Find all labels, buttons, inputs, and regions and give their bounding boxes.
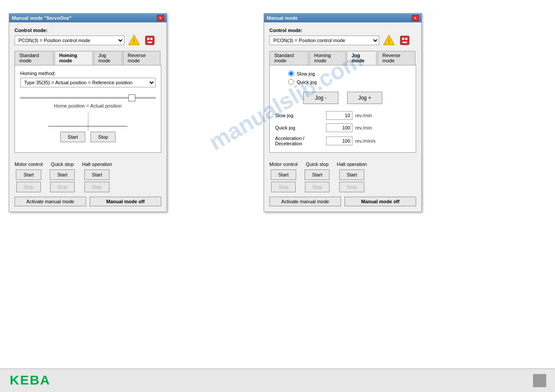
homing-slider-thumb[interactable]	[128, 94, 135, 101]
homing-stop-button[interactable]: Stop	[91, 132, 116, 142]
dialog1-halt-label: Halt operation	[82, 162, 112, 167]
dialog2-title: Manual mode	[267, 15, 297, 21]
dialog2-activate-manual-button[interactable]: Activate manual mode	[269, 197, 341, 206]
quick-jog-radio[interactable]	[288, 79, 294, 85]
slow-jog-param-label: Slow jog	[275, 113, 323, 118]
dialog1-halt-stop-button[interactable]: Stop	[84, 182, 109, 192]
dialog2-manual-mode-row: Activate manual mode Manual mode off	[269, 197, 416, 206]
svg-rect-3	[147, 38, 149, 40]
dialog1-close-button[interactable]: ×	[157, 15, 164, 21]
dialog2-quick-stop-button[interactable]: Stop	[305, 182, 330, 192]
homing-slider-container	[20, 97, 156, 99]
svg-text:KEBA: KEBA	[10, 373, 51, 387]
dialog2-title-bar: Manual mode ×	[264, 14, 421, 22]
svg-rect-8	[400, 36, 409, 45]
dialog1-control-mode-section: Control mode: PCON(3) = Position control…	[15, 28, 161, 47]
dialog2-quick-stop-label: Quick stop	[306, 162, 329, 167]
jog-params: Slow jog 10 rev./min Quick jog 100 rev./…	[275, 111, 410, 146]
svg-rect-4	[150, 38, 152, 40]
homing-method-select[interactable]: Type 35(35) = Actual position = Referenc…	[20, 78, 156, 87]
accel-param-row: Acceleration / Deceleration 100 rev./min…	[275, 136, 410, 146]
jog-radio-group: Slow jog Quick jog	[288, 71, 410, 85]
dialog1-select-row: PCON(3) = Position control mode !	[15, 34, 161, 47]
dialog1-tab-standard[interactable]: Standard mode	[15, 51, 54, 65]
dialog1-quick-stop-button[interactable]: Stop	[50, 182, 75, 192]
dialog1-control-mode-select[interactable]: PCON(3) = Position control mode	[15, 36, 124, 45]
quick-jog-label: Quick jog	[297, 79, 317, 85]
footer: KEBA	[0, 369, 555, 392]
svg-rect-10	[405, 38, 407, 40]
slow-jog-label: Slow jog	[297, 71, 315, 76]
dialog2-control-mode-section: Control mode: PCON(3) = Position control…	[269, 28, 416, 47]
dialog2-warning-icon: !	[383, 34, 395, 47]
dialog1-tab-content: Homing method: Type 35(35) = Actual posi…	[15, 65, 161, 153]
dialog-servo-one: Manual mode "ServoOne" × Control mode: P…	[9, 13, 167, 212]
dialog2-tab-homing[interactable]: Homing mode	[309, 51, 346, 65]
dialog2-motor-start-button[interactable]: Start	[271, 169, 296, 180]
svg-text:!: !	[133, 38, 135, 45]
dialog1-title: Manual mode "ServoOne"	[12, 15, 72, 21]
dialog2-motor-control-label: Motor control	[269, 162, 297, 167]
dialog1-motor-stop-button[interactable]: Stop	[16, 182, 41, 192]
homing-start-button[interactable]: Start	[60, 132, 85, 142]
home-position-section: Home position = Actual position	[20, 103, 156, 126]
slow-jog-param-row: Slow jog 10 rev./min	[275, 111, 410, 120]
dialog1-halt-group: Halt operation Start Stop	[82, 162, 112, 192]
dialog1-motor-start-button[interactable]: Start	[16, 169, 41, 180]
dashed-vertical-line	[88, 113, 88, 130]
dialog2-halt-stop-button[interactable]: Stop	[339, 182, 364, 192]
dialog2-control-mode-select[interactable]: PCON(3) = Position control mode	[269, 36, 379, 45]
dialog2-halt-label: Halt operation	[337, 162, 367, 167]
dialog2-manual-mode-off-button[interactable]: Manual mode off	[345, 197, 416, 206]
dialog2-motor-stop-button[interactable]: Stop	[271, 182, 296, 192]
main-area: Manual mode "ServoOne" × Control mode: P…	[0, 0, 555, 369]
accel-unit: rev./min/s	[355, 138, 376, 144]
dialog1-activate-manual-button[interactable]: Activate manual mode	[15, 197, 86, 206]
jog-buttons-row: Jog - Jog +	[275, 92, 410, 104]
dialog2-robot-icon	[399, 34, 411, 47]
dialog1-tab-reverse[interactable]: Reverse mode	[123, 51, 160, 65]
dialog1-manual-mode-off-button[interactable]: Manual mode off	[90, 197, 161, 206]
dialog1-robot-icon	[144, 34, 156, 47]
svg-rect-5	[148, 42, 152, 43]
dialog1-motor-control-label: Motor control	[15, 162, 43, 167]
svg-rect-9	[402, 38, 404, 40]
slow-jog-input[interactable]: 10	[326, 111, 352, 120]
dialog1-bottom-controls: Motor control Start Stop Quick stop Star…	[15, 158, 161, 192]
dialog1-tabs: Standard mode Homing mode Jog mode Rever…	[15, 51, 161, 65]
keba-logo: KEBA	[9, 371, 53, 390]
homing-slider-track	[20, 97, 156, 99]
dialog1-control-mode-label: Control mode:	[15, 28, 161, 33]
homing-start-stop-row: Start Stop	[20, 132, 156, 142]
dialog2-tab-standard[interactable]: Standard mode	[269, 51, 308, 65]
keba-logo-text: KEBA	[9, 371, 53, 390]
dialog2-body: Control mode: PCON(3) = Position control…	[264, 22, 421, 212]
quick-jog-param-label: Quick jog	[275, 125, 323, 130]
dialog2-halt-group: Halt operation Start Stop	[337, 162, 367, 192]
dialog1-manual-mode-row: Activate manual mode Manual mode off	[15, 197, 161, 206]
close-icon: ×	[159, 16, 161, 20]
dialog-manual-mode: Manual mode × Control mode: PCON(3) = Po…	[264, 13, 422, 212]
dialog2-quick-start-button[interactable]: Start	[305, 169, 330, 180]
dialog2-control-mode-label: Control mode:	[269, 28, 416, 33]
dialog2-tab-reverse[interactable]: Reverse mode	[377, 51, 415, 65]
jog-minus-button[interactable]: Jog -	[303, 92, 338, 104]
accel-input[interactable]: 100	[326, 137, 352, 145]
svg-rect-11	[403, 42, 407, 43]
dialog1-tab-jog[interactable]: Jog mode	[94, 51, 122, 65]
dialog2-close-button[interactable]: ×	[412, 15, 419, 21]
dialog2-halt-start-button[interactable]: Start	[339, 169, 364, 180]
dialog1-motor-control-group: Motor control Start Stop	[15, 162, 43, 192]
dialog1-quick-stop-group: Quick stop Start Stop	[50, 162, 75, 192]
dialog1-tab-homing[interactable]: Homing mode	[54, 51, 93, 65]
dialog1-halt-start-button[interactable]: Start	[84, 169, 109, 180]
jog-plus-button[interactable]: Jog +	[347, 92, 382, 104]
dialog2-tab-jog[interactable]: Jog mode	[347, 51, 377, 65]
dialog1-quick-start-button[interactable]: Start	[50, 169, 75, 180]
dialog1-body: Control mode: PCON(3) = Position control…	[9, 22, 167, 212]
quick-jog-input[interactable]: 100	[326, 123, 352, 132]
quick-jog-radio-row[interactable]: Quick jog	[288, 79, 410, 85]
slow-jog-radio-row[interactable]: Slow jog	[288, 71, 410, 76]
slow-jog-unit: rev./min	[355, 113, 372, 118]
slow-jog-radio[interactable]	[288, 71, 294, 76]
